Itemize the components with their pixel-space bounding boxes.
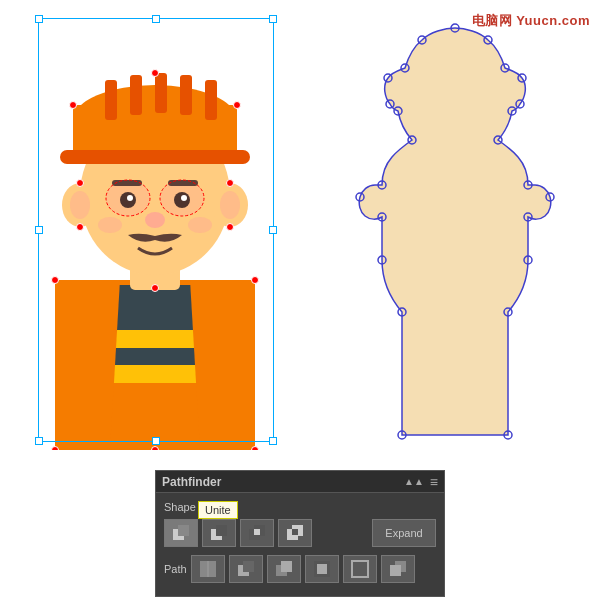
panel-menu-icon[interactable]: ≡ (430, 474, 438, 490)
svg-point-42 (152, 447, 159, 451)
divide-button[interactable] (191, 555, 225, 583)
svg-rect-82 (209, 561, 216, 577)
svg-point-41 (252, 447, 259, 451)
pathfinders-row: Path (164, 555, 436, 583)
shape-modes-label: Shape Modes: (164, 501, 436, 513)
expand-label: Expand (385, 527, 422, 539)
svg-point-37 (227, 224, 234, 231)
svg-point-38 (52, 277, 59, 284)
svg-rect-89 (317, 564, 327, 574)
shape-modes-row: Expand (164, 519, 436, 547)
svg-rect-74 (216, 525, 227, 536)
svg-point-30 (188, 217, 212, 233)
handle-tr[interactable] (269, 15, 277, 23)
svg-point-27 (181, 195, 187, 201)
svg-point-35 (227, 180, 234, 187)
panel-body: Shape Modes: (156, 493, 444, 595)
svg-rect-17 (155, 73, 167, 113)
svg-point-33 (234, 102, 241, 109)
svg-point-31 (152, 70, 159, 77)
svg-point-28 (145, 212, 165, 228)
svg-rect-87 (281, 561, 292, 572)
intersect-button[interactable] (240, 519, 274, 547)
svg-marker-4 (55, 280, 120, 450)
exclude-button[interactable] (278, 519, 312, 547)
panel-collapse-icon[interactable]: ▲▲ (404, 476, 424, 487)
svg-rect-14 (60, 150, 250, 164)
svg-point-40 (52, 447, 59, 451)
svg-point-11 (220, 191, 240, 219)
unite-button[interactable] (164, 519, 198, 547)
minus-back-button[interactable] (381, 555, 415, 583)
svg-rect-80 (292, 529, 298, 535)
svg-rect-15 (105, 80, 117, 120)
svg-marker-85 (243, 561, 254, 572)
svg-rect-90 (352, 561, 368, 577)
svg-point-29 (98, 217, 122, 233)
worker-illustration (40, 20, 270, 450)
svg-rect-81 (200, 561, 207, 577)
svg-point-32 (70, 102, 77, 109)
svg-rect-19 (205, 80, 217, 120)
svg-point-10 (70, 191, 90, 219)
pathfinders-label: Path (164, 563, 187, 575)
silhouette-svg (350, 20, 560, 440)
svg-point-26 (127, 195, 133, 201)
outline-button[interactable] (343, 555, 377, 583)
right-silhouette (350, 20, 560, 435)
panel-title: Pathfinder (162, 475, 221, 489)
crop-button[interactable] (305, 555, 339, 583)
handle-mr[interactable] (269, 226, 277, 234)
handle-br[interactable] (269, 437, 277, 445)
trim-button[interactable] (229, 555, 263, 583)
merge-button[interactable] (267, 555, 301, 583)
panel-header: Pathfinder ▲▲ ≡ (156, 471, 444, 493)
svg-rect-92 (390, 565, 401, 576)
svg-point-36 (77, 224, 84, 231)
minus-front-button[interactable] (202, 519, 236, 547)
canvas-area: 电脑网 Yuucn.com (0, 0, 600, 470)
left-figure (40, 20, 270, 440)
svg-rect-16 (130, 75, 142, 115)
expand-button[interactable]: Expand (372, 519, 436, 547)
pathfinder-panel: Pathfinder ▲▲ ≡ Shape Modes: (155, 470, 445, 597)
svg-point-39 (252, 277, 259, 284)
svg-point-34 (77, 180, 84, 187)
svg-rect-18 (180, 75, 192, 115)
watermark-text: 电脑网 Yuucn.com (472, 12, 590, 30)
svg-marker-5 (190, 280, 255, 450)
svg-point-43 (152, 285, 159, 292)
svg-rect-72 (178, 525, 189, 536)
svg-rect-77 (254, 529, 260, 535)
